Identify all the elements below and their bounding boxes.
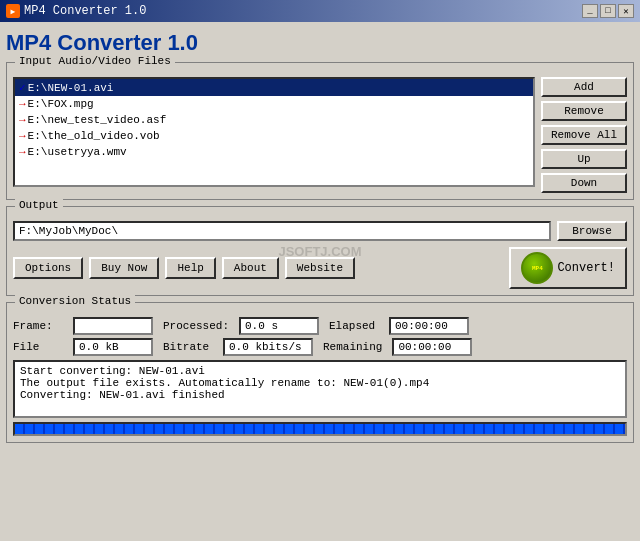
frame-field: Frame: bbox=[13, 317, 153, 335]
progress-bar bbox=[13, 422, 627, 436]
arrow-icon: → bbox=[19, 98, 26, 110]
bitrate-label: Bitrate bbox=[163, 341, 213, 353]
list-item[interactable]: ✓ E:\NEW-01.avi bbox=[15, 79, 533, 96]
file-name: E:\new_test_video.asf bbox=[28, 114, 167, 126]
title-bar-controls: _ □ ✕ bbox=[582, 4, 634, 18]
file-buttons: Add Remove Remove All Up Down bbox=[541, 77, 627, 193]
convert-btn-container: MP4 Convert! bbox=[509, 247, 627, 289]
remaining-field: Remaining bbox=[323, 338, 472, 356]
file-field: File bbox=[13, 338, 153, 356]
website-button[interactable]: Website bbox=[285, 257, 355, 279]
output-path-input[interactable] bbox=[13, 221, 551, 241]
file-name: E:\usetryya.wmv bbox=[28, 146, 127, 158]
options-button[interactable]: Options bbox=[13, 257, 83, 279]
file-name: E:\FOX.mpg bbox=[28, 98, 94, 110]
file-name: E:\NEW-01.avi bbox=[28, 82, 114, 94]
file-list[interactable]: ✓ E:\NEW-01.avi → E:\FOX.mpg → E:\new_te… bbox=[13, 77, 535, 187]
status-row-2: File Bitrate Remaining bbox=[13, 338, 627, 356]
check-icon: ✓ bbox=[19, 81, 26, 94]
input-section: Input Audio/Video Files ✓ E:\NEW-01.avi … bbox=[6, 62, 634, 200]
arrow-icon: → bbox=[19, 146, 26, 158]
mp4-badge-icon: MP4 bbox=[521, 252, 553, 284]
output-row: Browse bbox=[13, 221, 627, 241]
down-button[interactable]: Down bbox=[541, 173, 627, 193]
progress-bar-fill bbox=[15, 424, 625, 434]
remaining-label: Remaining bbox=[323, 341, 382, 353]
remove-button[interactable]: Remove bbox=[541, 101, 627, 121]
list-item[interactable]: → E:\the_old_video.vob bbox=[15, 128, 533, 144]
title-bar: ▶ MP4 Converter 1.0 _ □ ✕ bbox=[0, 0, 640, 22]
browse-button[interactable]: Browse bbox=[557, 221, 627, 241]
arrow-icon: → bbox=[19, 114, 26, 126]
about-button[interactable]: About bbox=[222, 257, 279, 279]
arrow-icon: → bbox=[19, 130, 26, 142]
status-row-1: Frame: Processed: Elapsed bbox=[13, 317, 627, 335]
list-item[interactable]: → E:\new_test_video.asf bbox=[15, 112, 533, 128]
frame-value bbox=[73, 317, 153, 335]
minimize-button[interactable]: _ bbox=[582, 4, 598, 18]
log-area: Start converting: NEW-01.avi The output … bbox=[13, 360, 627, 418]
file-name: E:\the_old_video.vob bbox=[28, 130, 160, 142]
up-button[interactable]: Up bbox=[541, 149, 627, 169]
file-value bbox=[73, 338, 153, 356]
processed-value bbox=[239, 317, 319, 335]
title-bar-title: MP4 Converter 1.0 bbox=[24, 4, 146, 18]
input-section-label: Input Audio/Video Files bbox=[15, 55, 175, 67]
conversion-status: Conversion Status Frame: Processed: Elap… bbox=[6, 302, 634, 443]
action-row: Options Buy Now Help About Website MP4 C… bbox=[13, 247, 627, 289]
convert-label: Convert! bbox=[557, 261, 615, 275]
log-line: Start converting: NEW-01.avi bbox=[20, 365, 620, 377]
elapsed-label: Elapsed bbox=[329, 320, 379, 332]
elapsed-value bbox=[389, 317, 469, 335]
processed-label: Processed: bbox=[163, 320, 229, 332]
file-list-container: ✓ E:\NEW-01.avi → E:\FOX.mpg → E:\new_te… bbox=[13, 77, 627, 193]
elapsed-field: Elapsed bbox=[329, 317, 469, 335]
processed-field: Processed: bbox=[163, 317, 319, 335]
title-bar-left: ▶ MP4 Converter 1.0 bbox=[6, 4, 146, 18]
app-icon: ▶ bbox=[6, 4, 20, 18]
convert-button[interactable]: MP4 Convert! bbox=[509, 247, 627, 289]
list-item[interactable]: → E:\FOX.mpg bbox=[15, 96, 533, 112]
log-line: Converting: NEW-01.avi finished bbox=[20, 389, 620, 401]
help-button[interactable]: Help bbox=[165, 257, 215, 279]
buy-now-button[interactable]: Buy Now bbox=[89, 257, 159, 279]
log-line: The output file exists. Automatically re… bbox=[20, 377, 620, 389]
bitrate-value bbox=[223, 338, 313, 356]
add-button[interactable]: Add bbox=[541, 77, 627, 97]
bitrate-field: Bitrate bbox=[163, 338, 313, 356]
output-section-label: Output bbox=[15, 199, 63, 211]
close-button[interactable]: ✕ bbox=[618, 4, 634, 18]
maximize-button[interactable]: □ bbox=[600, 4, 616, 18]
main-window: MP4 Converter 1.0 Input Audio/Video File… bbox=[0, 22, 640, 455]
file-label: File bbox=[13, 341, 63, 353]
conversion-status-label: Conversion Status bbox=[15, 295, 135, 307]
list-item[interactable]: → E:\usetryya.wmv bbox=[15, 144, 533, 160]
remaining-value bbox=[392, 338, 472, 356]
output-section: Output JSOFTJ.COM Browse Options Buy Now… bbox=[6, 206, 634, 296]
remove-all-button[interactable]: Remove All bbox=[541, 125, 627, 145]
frame-label: Frame: bbox=[13, 320, 63, 332]
